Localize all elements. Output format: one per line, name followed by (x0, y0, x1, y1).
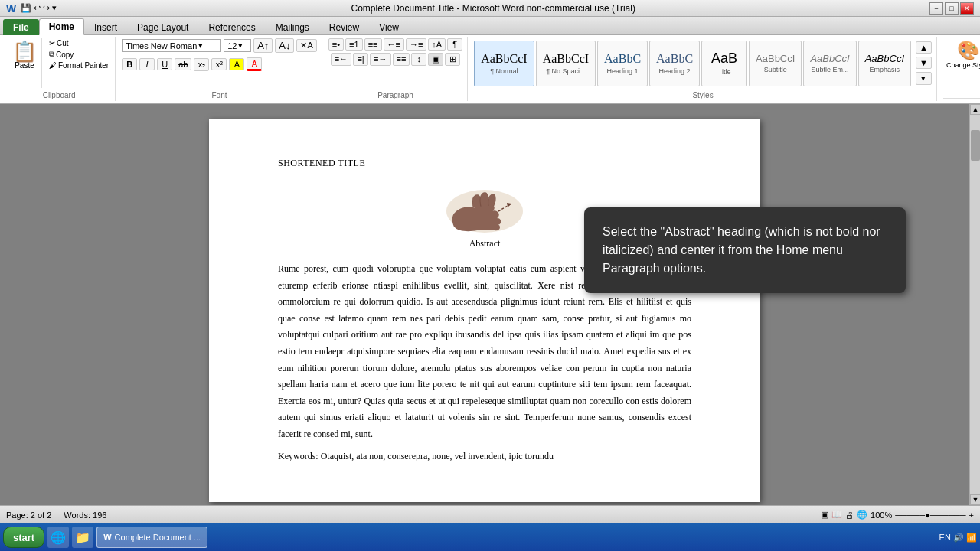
tab-references[interactable]: References (198, 19, 265, 35)
line-spacing-button[interactable]: ↕ (411, 53, 426, 66)
clear-format-button[interactable]: ✕A (296, 39, 316, 52)
scroll-thumb[interactable] (971, 130, 980, 161)
paragraph-group: ≡• ≡1 ≡≡ ←≡ →≡ ↕A ¶ ≡← ≡| ≡→ ≡≡ ↕ ▣ ⊞ (324, 37, 468, 101)
strikethrough-button[interactable]: ab (175, 58, 191, 70)
align-right-button[interactable]: ≡→ (370, 53, 390, 66)
paragraph-row-1: ≡• ≡1 ≡≡ ←≡ →≡ ↕A ¶ (328, 38, 462, 51)
style-subtle-emphasis[interactable]: AaBbCcI Subtle Em... (803, 41, 856, 86)
view-normal-icon[interactable]: ▣ (821, 510, 828, 520)
paragraph-label: Paragraph (328, 90, 462, 99)
vertical-scrollbar[interactable]: ▲ ▼ (969, 104, 980, 505)
ribbon-tabs: File Home Insert Page Layout References … (0, 17, 980, 35)
format-painter-button[interactable]: 🖌 Format Painter (47, 60, 110, 70)
tab-file[interactable]: File (3, 19, 39, 35)
maximize-button[interactable]: □ (945, 2, 959, 15)
shortened-title: SHORTENED TITLE (278, 158, 691, 169)
borders-button[interactable]: ⊞ (445, 53, 460, 66)
style-heading2[interactable]: AaBbC Heading 2 (649, 41, 700, 86)
tray-icons: EN 🔊 📶 (939, 533, 977, 542)
styles-scroll-up[interactable]: ▲ (916, 41, 932, 54)
style-title[interactable]: AaB Title (701, 41, 747, 86)
tab-view[interactable]: View (369, 19, 409, 35)
taskbar: start 🌐 📁 W Complete Document ... EN 🔊 📶 (0, 523, 980, 551)
taskbar-word-program[interactable]: W Complete Document ... (96, 527, 207, 548)
clipboard-content: 📋 Paste ✂ Cut ⧉ Copy 🖌 Format Painter (8, 38, 110, 88)
view-web-icon[interactable]: 🌐 (857, 510, 867, 520)
style-heading1[interactable]: AaBbC Heading 1 (597, 41, 648, 86)
superscript-button[interactable]: x² (211, 58, 227, 70)
shading-button[interactable]: ▣ (428, 53, 443, 66)
underline-button[interactable]: U (157, 58, 172, 70)
tab-page-layout[interactable]: Page Layout (127, 19, 198, 35)
tab-mailings[interactable]: Mailings (266, 19, 319, 35)
tab-home[interactable]: Home (39, 18, 84, 35)
decrease-indent-button[interactable]: ←≡ (384, 38, 404, 51)
taskbar-folder-icon[interactable]: 📁 (72, 527, 93, 548)
word-taskbar-icon: W (103, 533, 111, 542)
shrink-font-button[interactable]: A↓ (275, 38, 294, 53)
zoom-in-button[interactable]: + (969, 510, 974, 520)
font-name-selector[interactable]: Times New Roman ▾ (122, 39, 221, 52)
font-color-button[interactable]: A (247, 57, 262, 71)
paragraph-content: ≡• ≡1 ≡≡ ←≡ →≡ ↕A ¶ ≡← ≡| ≡→ ≡≡ ↕ ▣ ⊞ (328, 38, 462, 88)
change-styles-group: 🎨 Change Styles (939, 37, 980, 101)
taskbar-ie-icon[interactable]: 🌐 (47, 527, 69, 548)
hand-illustration (439, 184, 531, 238)
cut-button[interactable]: ✂ Cut (47, 38, 110, 48)
view-reading-icon[interactable]: 📖 (831, 510, 842, 520)
status-bar: Page: 2 of 2 Words: 196 ▣ 📖 🖨 🌐 100% ───… (0, 505, 980, 523)
status-left: Page: 2 of 2 Words: 196 (6, 510, 106, 520)
bold-button[interactable]: B (122, 58, 137, 70)
close-button[interactable]: ✕ (960, 2, 974, 15)
justify-button[interactable]: ≡≡ (393, 53, 410, 66)
content-area: SHORTENED TITLE (0, 104, 980, 505)
document-scroll-area[interactable]: SHORTENED TITLE (0, 104, 969, 505)
tab-insert[interactable]: Insert (84, 19, 127, 35)
font-label: Font (122, 90, 317, 99)
increase-indent-button[interactable]: →≡ (406, 38, 426, 51)
clipboard-group: 📋 Paste ✂ Cut ⧉ Copy 🖌 Format Painter (3, 37, 116, 101)
font-size-selector[interactable]: 12 ▾ (224, 39, 251, 52)
paragraph-row-2: ≡← ≡| ≡→ ≡≡ ↕ ▣ ⊞ (331, 53, 461, 66)
align-left-button[interactable]: ≡← (331, 53, 351, 66)
view-print-icon[interactable]: 🖨 (845, 510, 854, 520)
italic-button[interactable]: I (139, 58, 155, 70)
zoom-slider[interactable]: ─────●────── (895, 510, 965, 520)
show-formatting-button[interactable]: ¶ (447, 38, 462, 51)
bullets-button[interactable]: ≡• (328, 38, 344, 51)
clipboard-label: Clipboard (8, 90, 110, 99)
sort-button[interactable]: ↕A (428, 38, 446, 51)
font-row-2: B I U ab x₂ x² A A (122, 57, 262, 71)
align-center-button[interactable]: ≡| (353, 53, 368, 66)
style-emphasis[interactable]: AaBbCcI Emphasis (858, 41, 911, 86)
multilevel-list-button[interactable]: ≡≡ (364, 38, 382, 51)
copy-button[interactable]: ⧉ Copy (47, 49, 110, 60)
system-tray: EN 🔊 📶 (939, 533, 977, 543)
start-button[interactable]: start (3, 527, 44, 548)
styles-scroll-down[interactable]: ▼ (916, 57, 932, 69)
numbering-button[interactable]: ≡1 (345, 38, 363, 51)
scroll-up-button[interactable]: ▲ (970, 104, 980, 115)
tooltip-text: Select the "Abstract" heading (which is … (603, 225, 880, 275)
word-count: Words: 196 (64, 510, 106, 520)
paste-button[interactable]: 📋 Paste (8, 38, 42, 88)
subscript-button[interactable]: x₂ (194, 58, 209, 71)
font-row-1: Times New Roman ▾ 12 ▾ A↑ A↓ ✕A (122, 38, 317, 53)
minimize-button[interactable]: − (929, 2, 943, 15)
change-styles-button[interactable]: 🎨 Change Styles (943, 38, 980, 70)
grow-font-button[interactable]: A↑ (253, 38, 273, 53)
text-highlight-button[interactable]: A (229, 58, 244, 70)
tab-review[interactable]: Review (319, 19, 369, 35)
status-right: ▣ 📖 🖨 🌐 100% ─────●────── + (821, 510, 974, 520)
font-dropdown-icon: ▾ (198, 41, 203, 51)
scroll-track (970, 176, 980, 494)
document-page: SHORTENED TITLE (209, 119, 760, 502)
style-subtitle[interactable]: AaBbCcI Subtitle (749, 41, 802, 86)
page-info: Page: 2 of 2 (6, 510, 51, 520)
scroll-down-button[interactable]: ▼ (970, 494, 980, 505)
abstract-label: Abstract (469, 238, 501, 249)
style-normal[interactable]: AaBbCcI ¶ Normal (474, 41, 534, 86)
styles-expand[interactable]: ▾ (916, 72, 932, 85)
style-no-spacing[interactable]: AaBbCcI ¶ No Spaci... (536, 41, 596, 86)
styles-nav-buttons: ▲ ▼ ▾ (916, 41, 932, 85)
